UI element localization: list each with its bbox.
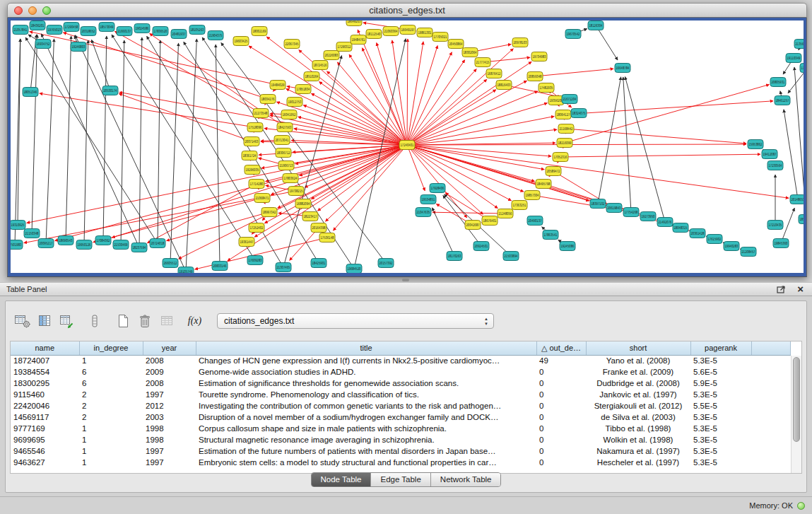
column-header-in_degree[interactable]: in_degree: [79, 341, 143, 355]
table-row[interactable]: 1456911722003Disruption of a novel membe…: [11, 411, 790, 423]
table-cell[interactable]: Disruption of a novel member of a sodium…: [196, 411, 536, 423]
table-cell[interactable]: Embryonic stem cells: a model to study s…: [196, 457, 536, 468]
graph-node[interactable]: 18324075: [571, 109, 587, 118]
table-cell[interactable]: Investigating the contribution of common…: [196, 400, 536, 411]
graph-node[interactable]: 17252402: [249, 223, 264, 233]
graph-node[interactable]: 20318652: [81, 27, 96, 36]
graph-node[interactable]: 16934752: [35, 40, 51, 49]
graph-node[interactable]: 19296035: [245, 165, 260, 175]
graph-edge[interactable]: [55, 145, 407, 241]
graph-node[interactable]: 19845360: [773, 239, 789, 248]
graph-node[interactable]: 17803624: [283, 174, 298, 183]
graph-edge[interactable]: [103, 36, 107, 240]
graph-node[interactable]: 21168442: [558, 124, 574, 134]
graph-edge[interactable]: [407, 145, 524, 192]
tab-node-table[interactable]: Node Table: [312, 473, 372, 486]
graph-node[interactable]: 19603425: [233, 37, 249, 46]
table-cell[interactable]: 2009: [143, 366, 196, 378]
graph-node[interactable]: 20530174: [102, 86, 118, 95]
table-row[interactable]: 969969511998Structural magnetic resonanc…: [11, 434, 790, 445]
table-cell[interactable]: 1: [79, 457, 143, 468]
graph-node[interactable]: 20724018: [150, 239, 165, 248]
table-row[interactable]: 977716911998Corpus callosum shape and si…: [11, 423, 790, 434]
table-cell[interactable]: 9777169: [11, 423, 79, 434]
column-header-title[interactable]: title: [196, 341, 536, 355]
table-cell[interactable]: 1: [79, 423, 143, 434]
table-cell[interactable]: 22420046: [11, 400, 79, 411]
graph-node[interactable]: 20589472: [546, 167, 561, 176]
table-cell[interactable]: 0: [536, 366, 586, 378]
graph-node[interactable]: 18573049: [99, 23, 114, 32]
table-cell[interactable]: Yano et al. (2008): [586, 355, 690, 366]
table-vertical-scrollbar[interactable]: [791, 356, 801, 473]
row-tools-button[interactable]: [85, 312, 104, 330]
graph-node[interactable]: 16041952: [281, 110, 297, 119]
graph-node[interactable]: 18427563: [277, 123, 293, 132]
minimize-window-button[interactable]: [28, 6, 37, 15]
graph-node[interactable]: 21530469: [113, 240, 129, 250]
table-cell[interactable]: 2012: [143, 400, 196, 411]
graph-node[interactable]: 17863541: [543, 230, 558, 240]
graph-node[interactable]: 19734983: [531, 52, 547, 62]
table-cell[interactable]: 6: [79, 378, 143, 389]
graph-node[interactable]: 18216099: [557, 139, 572, 148]
graph-node[interactable]: 17928406: [430, 184, 445, 193]
table-cell[interactable]: 5.3E-5: [690, 355, 751, 366]
table-cell[interactable]: 0: [536, 400, 586, 411]
graph-edge[interactable]: [337, 62, 407, 145]
graph-node[interactable]: 20490137: [527, 216, 543, 226]
graph-node[interactable]: 17230564: [767, 161, 783, 170]
graph-edge[interactable]: [625, 77, 665, 222]
table-mode-button[interactable]: [13, 312, 32, 330]
panel-splitter-handle[interactable]: [402, 279, 409, 281]
table-cell[interactable]: Changes of HCN gene expression and I(f) …: [196, 355, 536, 366]
graph-node[interactable]: 21273548: [253, 109, 269, 118]
graph-node[interactable]: 21047635: [416, 208, 431, 217]
table-cell[interactable]: 5.3E-5: [690, 445, 751, 457]
table-cell[interactable]: 0: [536, 434, 586, 445]
graph-edge[interactable]: [560, 154, 760, 157]
graph-node[interactable]: 18302064: [462, 48, 478, 57]
graph-node[interactable]: 20071463: [244, 137, 259, 146]
graph-node[interactable]: 18816403: [496, 81, 512, 90]
table-cell[interactable]: 1: [79, 355, 143, 366]
graph-node[interactable]: 19310925: [11, 221, 25, 230]
graph-node[interactable]: 17518096: [247, 123, 263, 132]
graph-edge[interactable]: [40, 93, 255, 127]
graph-node[interactable]: 21060364: [383, 27, 399, 36]
column-header-out_degree[interactable]: △ out_de…: [536, 341, 586, 355]
graph-edge[interactable]: [377, 42, 407, 145]
graph-node[interactable]: 19670542: [565, 30, 581, 39]
graph-edge[interactable]: [407, 103, 548, 145]
graph-node[interactable]: 19245086: [560, 242, 575, 251]
table-cell[interactable]: Dudbridge et al. (2008): [586, 378, 690, 389]
graph-node[interactable]: 17052316: [553, 153, 568, 162]
graph-node[interactable]: 20450864: [448, 40, 464, 49]
graph-node[interactable]: 17290312: [336, 42, 352, 52]
table-cell[interactable]: 5.3E-5: [690, 389, 751, 400]
table-cell[interactable]: 5.3E-5: [690, 434, 751, 445]
delete-column-button[interactable]: [135, 312, 154, 330]
graph-node[interactable]: 21671204: [562, 95, 577, 104]
graph-node[interactable]: 19534851: [420, 195, 436, 204]
graph-edge[interactable]: [407, 79, 487, 145]
table-cell[interactable]: 2: [79, 389, 143, 400]
graph-edge[interactable]: [358, 30, 407, 145]
graph-node[interactable]: 17836520: [153, 27, 168, 36]
graph-node[interactable]: 19012753: [287, 98, 302, 107]
graph-node[interactable]: 15953862: [748, 140, 763, 149]
graph-node[interactable]: 19110349: [786, 54, 801, 63]
table-cell[interactable]: 18300295: [11, 378, 79, 389]
table-row[interactable]: 1938455462009Genome-wide association stu…: [11, 366, 790, 378]
float-panel-button[interactable]: [775, 285, 788, 293]
graph-edge[interactable]: [535, 69, 613, 76]
graph-node[interactable]: 18002169: [252, 27, 267, 36]
graph-node[interactable]: 21356028: [794, 40, 804, 49]
graph-node[interactable]: 21307465: [276, 263, 291, 272]
table-cell[interactable]: Estimation of the future numbers of pati…: [196, 445, 536, 457]
graph-edge[interactable]: [407, 129, 557, 145]
graph-edge[interactable]: [32, 35, 37, 233]
graph-node[interactable]: 20859348: [527, 72, 543, 81]
table-cell[interactable]: 2008: [143, 355, 196, 366]
table-cell[interactable]: Corpus callosum shape and size in male p…: [196, 423, 536, 434]
